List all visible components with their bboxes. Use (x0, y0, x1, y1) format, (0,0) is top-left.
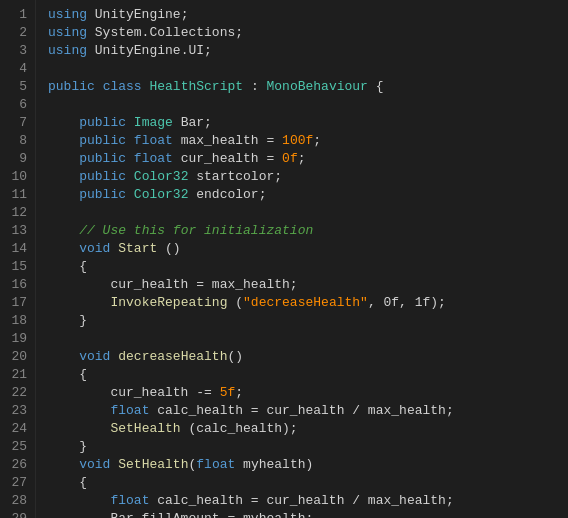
code-token: float (134, 132, 173, 150)
code-editor: 1234567891011121314151617181920212223242… (0, 0, 568, 518)
code-line: Bar.fillAmount = myhealth; (48, 510, 568, 518)
code-token: Color32 (134, 186, 189, 204)
line-number: 4 (0, 60, 35, 78)
code-line (48, 330, 568, 348)
code-token: { (48, 366, 87, 384)
code-token: MonoBehaviour (266, 78, 367, 96)
code-token: cur_health = max_health; (48, 276, 298, 294)
code-token: SetHealth (118, 456, 188, 474)
code-token (142, 78, 150, 96)
code-line (48, 60, 568, 78)
line-number: 17 (0, 294, 35, 312)
code-token: SetHealth (110, 420, 180, 438)
code-token: ( (227, 294, 243, 312)
code-token (110, 240, 118, 258)
code-token: Bar.fillAmount = myhealth; (48, 510, 313, 518)
code-token (48, 456, 79, 474)
code-token (48, 150, 79, 168)
code-token (48, 294, 110, 312)
line-number: 27 (0, 474, 35, 492)
code-token: calc_health = cur_health / max_health; (149, 402, 453, 420)
code-token: ; (235, 384, 243, 402)
code-token (48, 240, 79, 258)
code-line: { (48, 474, 568, 492)
code-token: cur_health -= (48, 384, 220, 402)
code-token: using (48, 42, 87, 60)
code-line (48, 96, 568, 114)
code-line: } (48, 312, 568, 330)
code-token: () (227, 348, 243, 366)
line-number: 5 (0, 78, 35, 96)
code-token: (calc_health); (181, 420, 298, 438)
line-number: 2 (0, 24, 35, 42)
line-number: 24 (0, 420, 35, 438)
line-number: 14 (0, 240, 35, 258)
line-number: 29 (0, 510, 35, 518)
code-token: { (368, 78, 384, 96)
code-token (95, 78, 103, 96)
code-token: // Use this for initialization (79, 222, 313, 240)
code-token: using (48, 6, 87, 24)
code-token: endcolor; (188, 186, 266, 204)
code-token (126, 186, 134, 204)
code-line: public Color32 endcolor; (48, 186, 568, 204)
code-token: float (110, 492, 149, 510)
line-number: 28 (0, 492, 35, 510)
code-token: Image (134, 114, 173, 132)
code-token: 0f (282, 150, 298, 168)
code-token: () (157, 240, 180, 258)
code-token: 100f (282, 132, 313, 150)
code-token (48, 348, 79, 366)
line-number: 15 (0, 258, 35, 276)
code-line: } (48, 438, 568, 456)
code-token (48, 492, 110, 510)
line-number: 19 (0, 330, 35, 348)
code-token: public (79, 186, 126, 204)
code-line: using System.Collections; (48, 24, 568, 42)
code-line: cur_health = max_health; (48, 276, 568, 294)
code-token: } (48, 438, 87, 456)
line-number: 13 (0, 222, 35, 240)
line-number: 8 (0, 132, 35, 150)
code-token: float (110, 402, 149, 420)
line-numbers: 1234567891011121314151617181920212223242… (0, 0, 36, 518)
code-token: public (79, 150, 126, 168)
code-token (110, 456, 118, 474)
code-line: public float max_health = 100f; (48, 132, 568, 150)
code-token: class (103, 78, 142, 96)
line-number: 6 (0, 96, 35, 114)
code-line: using UnityEngine; (48, 6, 568, 24)
code-token: startcolor; (188, 168, 282, 186)
line-number: 3 (0, 42, 35, 60)
code-token (48, 168, 79, 186)
code-token (110, 348, 118, 366)
code-line: { (48, 366, 568, 384)
code-token: Bar; (173, 114, 212, 132)
code-token: void (79, 456, 110, 474)
code-token: { (48, 258, 87, 276)
code-token (126, 114, 134, 132)
code-token: float (134, 150, 173, 168)
code-line: cur_health -= 5f; (48, 384, 568, 402)
code-line: // Use this for initialization (48, 222, 568, 240)
code-line: float calc_health = cur_health / max_hea… (48, 492, 568, 510)
code-token (48, 114, 79, 132)
code-line: { (48, 258, 568, 276)
code-token: void (79, 348, 110, 366)
code-token: cur_health = (173, 150, 282, 168)
code-token (126, 150, 134, 168)
code-line: using UnityEngine.UI; (48, 42, 568, 60)
code-token (48, 186, 79, 204)
code-token: 5f (220, 384, 236, 402)
code-token: void (79, 240, 110, 258)
code-line: void decreaseHealth() (48, 348, 568, 366)
code-token: max_health = (173, 132, 282, 150)
code-line: SetHealth (calc_health); (48, 420, 568, 438)
code-token: Start (118, 240, 157, 258)
code-token (48, 222, 79, 240)
line-number: 11 (0, 186, 35, 204)
code-line: public Color32 startcolor; (48, 168, 568, 186)
line-number: 16 (0, 276, 35, 294)
code-token: "decreaseHealth" (243, 294, 368, 312)
line-number: 26 (0, 456, 35, 474)
